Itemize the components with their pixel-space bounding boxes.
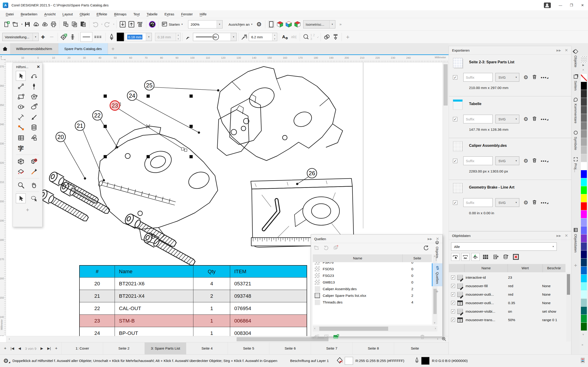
menu-item[interactable]: Effekte	[93, 12, 111, 16]
palette-expand-icon[interactable]: »	[582, 343, 583, 346]
menu-item[interactable]: Ansicht	[41, 12, 59, 16]
toolbox-add-button[interactable]: +	[14, 207, 41, 213]
snap-to-label[interactable]: Ausrichten an	[229, 23, 250, 26]
export-close-icon[interactable]: ✕	[565, 48, 568, 53]
export-settings-gear-icon[interactable]: ⚙	[523, 116, 528, 122]
objectdata-collapse-icon[interactable]: ▶▶	[556, 234, 561, 237]
outline-width-combo[interactable]: 0.18 mm▼	[125, 33, 152, 41]
color-swatch[interactable]	[581, 323, 587, 331]
od-row-checkbox[interactable]: ✓	[451, 292, 455, 296]
cut-options-button[interactable]	[61, 20, 70, 29]
menu-item[interactable]: Text	[130, 12, 143, 16]
starten-label[interactable]: Starten	[169, 23, 180, 26]
quellen-reload-icon[interactable]	[323, 245, 329, 252]
redo-dropdown[interactable]: ▼	[113, 23, 115, 25]
od-clear-icon[interactable]	[512, 253, 520, 261]
od-edit-note-icon[interactable]	[492, 253, 500, 261]
pdf-export-button[interactable]: PDF	[136, 20, 145, 29]
color-swatch[interactable]	[581, 178, 587, 186]
horizontal-ruler[interactable]: 1001020304050607080901001101201301401501…	[6, 55, 448, 62]
prev-page-icon[interactable]: ◀	[18, 346, 21, 350]
od-database-icon[interactable]	[502, 253, 510, 261]
page-tab[interactable]: Seite 7	[311, 342, 352, 354]
zoom-level-combo[interactable]: 200%▼	[188, 20, 223, 28]
tool-smart-fill[interactable]	[16, 167, 26, 177]
preset-combo[interactable]: Voreinstellung...▼	[2, 33, 39, 41]
objectdata-close-icon[interactable]: ✕	[565, 233, 568, 238]
tool-text[interactable]: 字	[16, 143, 26, 153]
link-halo-button[interactable]	[322, 32, 331, 42]
od-row-checkbox[interactable]: ✓	[451, 301, 455, 305]
menu-item[interactable]: Fenster	[178, 12, 196, 16]
export-item-checkbox[interactable]: ✓	[453, 75, 457, 80]
color-swatch[interactable]	[581, 307, 587, 315]
canvas-vertical-scrollbar[interactable]	[443, 62, 448, 336]
palette-scroll-up-icon[interactable]: ˄	[582, 68, 584, 71]
color-swatch[interactable]	[581, 267, 587, 275]
doc-tab-welcome[interactable]: Willkommensbildschirm	[10, 43, 58, 54]
objectdata-row[interactable]: ✓ mouseover-visibi... on set show	[449, 307, 565, 316]
quellen-row[interactable]: FSD53 0	[313, 266, 432, 272]
format-select[interactable]: SVG▼	[495, 198, 519, 207]
docker-tab-quellen[interactable]: Quellen	[432, 263, 442, 286]
export-item-checkbox[interactable]: ✓	[453, 200, 457, 205]
format-select[interactable]: SVG▼	[495, 156, 519, 165]
cloud-upload-button[interactable]	[40, 20, 49, 29]
quellen-row[interactable]: FSG23 0	[313, 272, 432, 279]
od-col-name[interactable]: Name	[464, 264, 508, 272]
print-button[interactable]	[49, 20, 58, 29]
color-swatch[interactable]	[581, 291, 587, 299]
suffix-input[interactable]	[463, 156, 493, 165]
tool-freehand-pick[interactable]	[29, 193, 39, 203]
quellen-col-seite[interactable]: Seite	[403, 254, 432, 262]
page-border-button[interactable]	[267, 20, 276, 29]
page-tab[interactable]: Seite 4	[186, 342, 228, 354]
cloud-download-button[interactable]	[32, 20, 40, 29]
outline-color-swatch[interactable]	[421, 357, 430, 365]
tool-arrow-line[interactable]	[29, 112, 39, 122]
tool-pan[interactable]	[29, 180, 39, 190]
tool-connector[interactable]	[16, 123, 26, 132]
tool-no-projection[interactable]	[29, 156, 39, 166]
export-settings-gear-icon[interactable]: ⚙	[523, 158, 528, 164]
menu-item[interactable]: Tabelle	[143, 12, 161, 16]
import-button[interactable]	[118, 20, 127, 29]
color-swatch[interactable]	[581, 275, 587, 283]
color-swatch[interactable]	[581, 170, 587, 178]
text-properties-button[interactable]: A⚙	[281, 32, 289, 42]
quellen-horizontal-scrollbar[interactable]: ‹›	[313, 326, 437, 332]
tool-shape-edit[interactable]	[29, 71, 39, 81]
color-swatch[interactable]	[581, 226, 587, 234]
objectdata-row[interactable]: ✓ interactive-id 23	[449, 273, 565, 282]
suffix-input[interactable]	[463, 115, 493, 123]
page-tab[interactable]: Seite 2	[103, 342, 145, 354]
maximize-button[interactable]: ❐	[566, 1, 577, 9]
export-delete-icon[interactable]	[532, 74, 537, 81]
od-constrain-icon[interactable]	[451, 253, 459, 261]
redo-button[interactable]	[103, 20, 112, 29]
doc-tab-active[interactable]: Spare Parts Catalog.des	[58, 43, 108, 54]
ruler-origin-button[interactable]	[0, 55, 6, 63]
undo-dropdown[interactable]: ▼	[101, 23, 103, 25]
minimize-button[interactable]: —	[555, 1, 566, 9]
color-swatch[interactable]	[581, 299, 587, 307]
tool-isometric-box[interactable]	[16, 156, 26, 166]
vertical-ruler[interactable]: 2702602502402302202102001901801701601501…	[0, 62, 6, 336]
color-swatch[interactable]	[581, 202, 587, 210]
color-swatch[interactable]	[581, 250, 587, 259]
line-style-dashed-button[interactable]	[92, 32, 104, 42]
tool-2-point-line[interactable]	[16, 81, 26, 91]
quellen-delete-icon[interactable]	[420, 334, 425, 341]
od-row-checkbox[interactable]: ✓	[451, 275, 455, 279]
open-button[interactable]	[11, 20, 20, 29]
color-swatch[interactable]	[581, 106, 587, 114]
scroll-left-icon[interactable]: ‹	[9, 337, 10, 341]
palette-scroll-down-icon[interactable]: ˅	[582, 333, 584, 336]
od-col-wert[interactable]: Wert	[508, 264, 543, 272]
menu-item[interactable]: Objekt	[76, 12, 93, 16]
export-settings-gear-icon[interactable]: ⚙	[523, 200, 528, 206]
quellen-add-bookmark-icon[interactable]	[323, 334, 329, 341]
parts-table-row[interactable]: 23 STM-B 1 006864	[79, 315, 307, 327]
tool-coil[interactable]	[29, 123, 39, 132]
docker-add-icon[interactable]: +	[432, 289, 442, 294]
